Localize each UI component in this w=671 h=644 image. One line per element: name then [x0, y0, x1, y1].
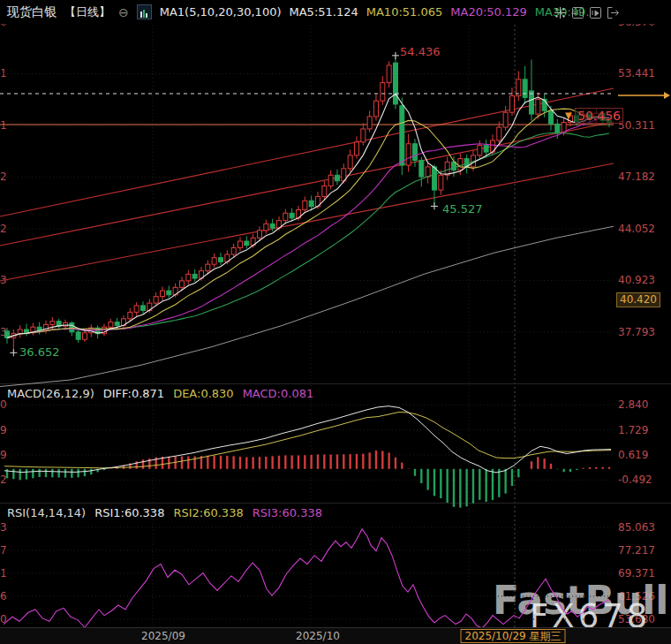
timeframe-label: 【日线】	[64, 4, 110, 20]
period-low-marker-label: 36.652	[19, 345, 60, 359]
indicator-logo-icon[interactable]	[137, 4, 152, 19]
ma20-value: MA20:50.129	[450, 5, 527, 19]
macd-header: MACD(26,12,9) DIFF:0.871 DEA:0.830 MACD:…	[7, 387, 313, 400]
high-price-marker-label: 54.436	[400, 45, 441, 58]
ma10-value: MA10:51.065	[366, 5, 443, 19]
pan-tool-icon[interactable]	[553, 5, 567, 19]
macd-dea-value: DEA:0.830	[173, 387, 234, 400]
low-price-marker-label: 45.527	[442, 202, 483, 216]
time-axis[interactable]: 2025/09 2025/10 2025/10/29 星期三	[0, 627, 671, 644]
pane-chart-play-icon[interactable]	[588, 5, 602, 19]
rsi3-value: RSI3:60.338	[253, 506, 322, 519]
time-axis-label: 2025/10	[296, 630, 340, 642]
symbol-name: 现货白银	[7, 4, 57, 20]
macd-hist-value: MACD:0.081	[243, 387, 314, 400]
price-chart-canvas[interactable]	[0, 0, 671, 644]
rsi1-value: RSI1:60.338	[94, 506, 164, 519]
time-axis-label: 2025/09	[141, 630, 185, 642]
highlighted-axis-price-label: 40.420	[616, 292, 660, 307]
price-alert-arrow-icon: ▼	[565, 110, 572, 120]
rsi2-value: RSI2:60.338	[173, 506, 243, 519]
pane-chart-left-icon[interactable]	[570, 5, 584, 19]
chart-toolbar	[553, 5, 620, 19]
pane-exit-icon[interactable]	[606, 5, 620, 19]
rsi-title: RSI(14,14,14)	[7, 506, 86, 519]
macd-diff-value: DIFF:0.871	[103, 387, 164, 400]
macd-title: MACD(26,12,9)	[7, 387, 94, 400]
trading-chart-window: 56.570053.441150.311147.182244.052240.92…	[0, 0, 671, 644]
last-price-label: 50.456	[575, 108, 623, 124]
ma5-value: MA5:51.124	[290, 5, 358, 19]
rsi-header: RSI(14,14,14) RSI1:60.338 RSI2:60.338 RS…	[7, 506, 322, 519]
collapse-icon[interactable]: ⊖	[118, 5, 129, 19]
crosshair-date-label: 2025/10/29 星期三	[461, 629, 566, 643]
ma-group-label: MA1(5,10,20,30,100)	[160, 5, 282, 19]
